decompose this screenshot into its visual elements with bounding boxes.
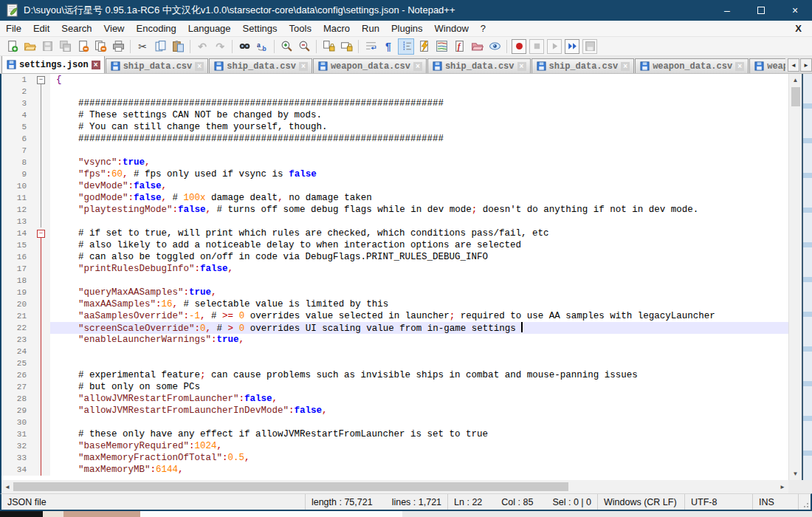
function-list-icon[interactable]: f xyxy=(451,38,467,55)
code-text[interactable] xyxy=(50,275,788,287)
code-text[interactable]: "screenScaleOverride":0, # > 0 overrides… xyxy=(50,322,788,334)
code-line-19[interactable]: 19 "queryMaxAASamples":true, xyxy=(1,287,788,298)
find-icon[interactable] xyxy=(236,38,252,55)
find-replace-icon[interactable]: ab xyxy=(254,38,270,55)
close-document-icon[interactable] xyxy=(75,38,91,55)
code-text[interactable]: # can also be toggled on/off in code via… xyxy=(50,251,788,263)
code-text[interactable]: "maxMemoryMB":6144, xyxy=(50,464,788,476)
fold-margin[interactable]: − xyxy=(34,227,50,239)
code-line-33[interactable]: 33 "maxMemoryFractionOfTotal":0.5, xyxy=(1,452,788,464)
code-line-4[interactable]: 4 # These settings CAN NOT be changed by… xyxy=(1,109,788,121)
status-encoding[interactable]: UTF-8 xyxy=(685,494,753,510)
code-text[interactable]: "godMode":false, # 100x damage dealt, no… xyxy=(50,192,788,204)
print-icon[interactable] xyxy=(110,38,126,55)
code-text[interactable]: { xyxy=(50,74,788,86)
minimize-button[interactable]: – xyxy=(710,0,744,21)
code-line-11[interactable]: 11 "godMode":false, # 100x damage dealt,… xyxy=(1,192,788,204)
menu-view[interactable]: View xyxy=(98,21,131,35)
code-text[interactable] xyxy=(50,357,788,369)
code-line-34[interactable]: 34 "maxMemoryMB":6144, xyxy=(1,464,788,476)
code-text[interactable]: # These settings CAN NOT be changed by m… xyxy=(50,109,788,121)
code-text[interactable]: "playtestingMode":false, # turns off som… xyxy=(50,204,788,216)
code-text[interactable]: # but only on some PCs xyxy=(50,381,788,393)
sync-horizontal-scroll-icon[interactable] xyxy=(338,38,354,55)
code-line-17[interactable]: 17 "printRulesDebugInfo":false, xyxy=(1,263,788,275)
scroll-right-icon[interactable]: ► xyxy=(777,480,788,493)
close-tab-icon[interactable]: × xyxy=(92,61,100,69)
code-line-29[interactable]: 29 "allowJVMRestartFromLauncherInDevMode… xyxy=(1,405,788,417)
tab-ship_data-csv[interactable]: ship_data.csv× xyxy=(209,58,312,73)
menu-run[interactable]: Run xyxy=(356,21,385,35)
code-editor[interactable]: 1−{23 ##################################… xyxy=(1,74,788,480)
code-line-21[interactable]: 21 "aaSamplesOverride":-1, # >= 0 overri… xyxy=(1,310,788,322)
scroll-up-icon[interactable]: ▲ xyxy=(789,74,802,86)
code-line-13[interactable]: 13 xyxy=(1,216,788,227)
menu-file[interactable]: File xyxy=(0,21,27,35)
resize-grip[interactable] xyxy=(799,494,811,510)
horizontal-scrollbar-track[interactable] xyxy=(13,480,777,493)
save-macro-icon[interactable] xyxy=(582,39,597,54)
code-line-25[interactable]: 25 xyxy=(1,357,788,369)
code-text[interactable]: "baseMemoryRequired":1024, xyxy=(50,440,788,452)
close-tab-icon[interactable]: × xyxy=(735,62,744,71)
close-tab-icon[interactable]: × xyxy=(517,62,526,71)
close-tab-icon[interactable]: × xyxy=(413,62,422,71)
code-line-26[interactable]: 26 # experimental feature; can cause pro… xyxy=(1,369,788,381)
code-text[interactable]: "devMode":false, xyxy=(50,180,788,192)
code-text[interactable] xyxy=(50,346,788,357)
word-wrap-icon[interactable] xyxy=(362,38,379,55)
code-text[interactable]: # also likely to add a noticeable delay … xyxy=(50,239,788,251)
document-map-icon[interactable] xyxy=(433,38,450,55)
status-eol-format[interactable]: Windows (CR LF) xyxy=(598,494,685,510)
vertical-scrollbar-thumb[interactable] xyxy=(791,87,800,106)
status-insert-mode[interactable]: INS xyxy=(753,494,799,510)
code-text[interactable]: # if set to true, will print which rules… xyxy=(50,227,788,239)
code-text[interactable]: "fps":60, # fps only used if vsync is fa… xyxy=(50,168,788,180)
code-text[interactable] xyxy=(50,216,788,227)
fold-margin[interactable]: − xyxy=(34,74,50,86)
menu-encoding[interactable]: Encoding xyxy=(131,21,182,35)
code-text[interactable]: # these only have any effect if allowJVM… xyxy=(50,428,788,440)
code-line-8[interactable]: 8 "vsync":true, xyxy=(1,157,788,168)
scroll-down-icon[interactable]: ▼ xyxy=(789,468,802,480)
code-text[interactable] xyxy=(50,145,788,157)
code-line-5[interactable]: 5 # You can still change them yourself, … xyxy=(1,121,788,133)
code-text[interactable]: "enableLauncherWarnings":true, xyxy=(50,334,788,346)
code-text[interactable]: "aaSamplesOverride":-1, # >= 0 overrides… xyxy=(50,310,788,322)
code-line-24[interactable]: 24 xyxy=(1,346,788,357)
code-line-18[interactable]: 18 xyxy=(1,275,788,287)
code-text[interactable]: ########################################… xyxy=(50,133,788,145)
code-line-10[interactable]: 10 "devMode":false, xyxy=(1,180,788,192)
menu-search[interactable]: Search xyxy=(55,21,97,35)
close-all-documents-icon[interactable] xyxy=(92,38,109,55)
code-line-23[interactable]: 23 "enableLauncherWarnings":true, xyxy=(1,334,788,346)
code-line-15[interactable]: 15 # also likely to add a noticeable del… xyxy=(1,239,788,251)
copy-icon[interactable] xyxy=(152,38,168,55)
tab-ship_data-csv[interactable]: ship_data.csv× xyxy=(427,58,531,73)
horizontal-scrollbar[interactable]: ◄ ► xyxy=(0,480,812,493)
code-line-27[interactable]: 27 # but only on some PCs xyxy=(1,381,788,393)
maximize-button[interactable] xyxy=(744,0,778,21)
code-text[interactable]: "queryMaxAASamples":true, xyxy=(50,287,788,298)
menu-plugins[interactable]: Plugins xyxy=(385,21,429,35)
tab-weapon_data-csv[interactable]: weapon_data.csv× xyxy=(635,58,749,73)
redo-icon[interactable]: ↷ xyxy=(212,38,228,55)
menu-window[interactable]: Window xyxy=(429,21,475,35)
menu-language[interactable]: Language xyxy=(182,21,237,35)
menu-[interactable]: ? xyxy=(475,21,492,35)
fold-collapse-icon[interactable]: − xyxy=(37,76,45,84)
show-all-characters-icon[interactable]: ¶ xyxy=(380,38,396,55)
sync-vertical-scroll-icon[interactable] xyxy=(320,38,337,55)
playback-macro-icon[interactable] xyxy=(547,39,562,54)
menu-macro[interactable]: Macro xyxy=(317,21,356,35)
tab-ship_data-csv[interactable]: ship_data.csv× xyxy=(106,58,209,73)
open-file-icon[interactable] xyxy=(21,38,38,55)
tab-scroll-right-icon[interactable]: ► xyxy=(800,58,812,72)
run-macro-multiple-icon[interactable] xyxy=(565,39,579,54)
code-text[interactable]: "maxAASamples":16, # selectable value is… xyxy=(50,298,788,310)
fold-collapse-icon[interactable]: − xyxy=(37,230,45,238)
menu-edit[interactable]: Edit xyxy=(27,21,55,35)
vertical-scrollbar[interactable]: ▲ ▼ xyxy=(788,74,802,480)
code-line-28[interactable]: 28 "allowJVMRestartFromLauncher":false, xyxy=(1,393,788,405)
code-text[interactable]: "allowJVMRestartFromLauncherInDevMode":f… xyxy=(50,405,788,417)
